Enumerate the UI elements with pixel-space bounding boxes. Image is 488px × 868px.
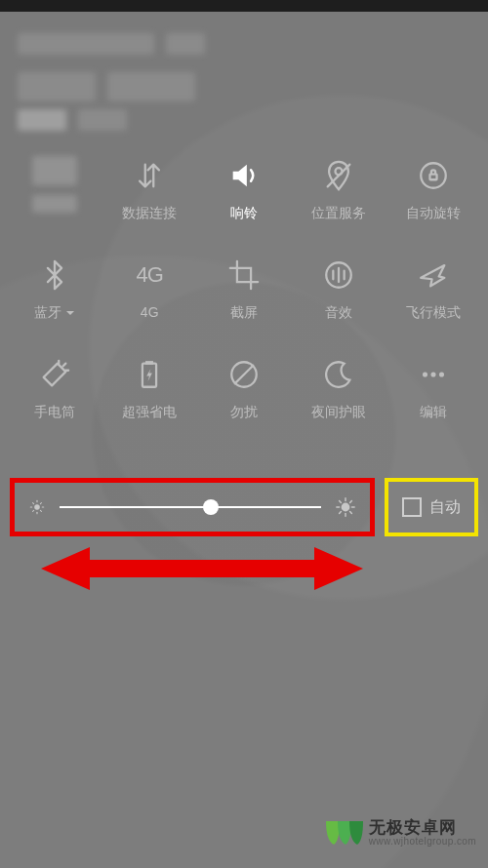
tile-label: 数据连接 <box>122 205 177 222</box>
tile-label: 飞行模式 <box>406 304 461 322</box>
tile-label: 手电筒 <box>34 404 75 421</box>
tile-ultra-power-save[interactable]: 超强省电 <box>102 355 197 421</box>
tile-do-not-disturb[interactable]: 勿扰 <box>197 355 292 421</box>
bluetooth-label-text: 蓝牙 <box>34 304 61 322</box>
notification-header-blurred <box>0 12 488 138</box>
checkbox-icon <box>402 497 422 517</box>
airplane-icon <box>414 256 453 295</box>
tile-airplane[interactable]: 飞行模式 <box>386 256 480 322</box>
tile-label: 位置服务 <box>311 205 366 222</box>
svg-rect-3 <box>429 175 436 180</box>
blur-block <box>78 109 127 131</box>
tile-bluetooth[interactable]: 蓝牙 <box>8 256 102 322</box>
status-bar <box>0 0 488 12</box>
svg-line-28 <box>350 501 352 503</box>
svg-line-7 <box>234 365 254 384</box>
tile-label: 4G <box>141 304 159 320</box>
tile-label: 截屏 <box>230 304 258 322</box>
brightness-slider-highlight <box>10 478 375 536</box>
svg-line-19 <box>40 503 41 504</box>
svg-point-2 <box>421 163 446 188</box>
moon-icon <box>319 355 358 394</box>
svg-line-16 <box>33 503 34 504</box>
auto-brightness-toggle[interactable]: 自动 <box>385 478 478 536</box>
fourg-icon: 4G <box>130 256 169 295</box>
lock-rotate-icon <box>414 156 453 195</box>
crop-icon <box>224 256 264 295</box>
blur-block <box>18 72 96 101</box>
svg-point-9 <box>430 372 435 376</box>
chevron-down-icon <box>65 305 75 321</box>
auto-brightness-label: 自动 <box>429 497 461 518</box>
equalizer-icon <box>319 256 358 295</box>
brightness-row: 自动 <box>10 478 478 536</box>
tile-label: 音效 <box>325 304 352 322</box>
watermark-cn: 无极安卓网 <box>369 819 476 837</box>
svg-line-27 <box>340 512 342 514</box>
tile-label <box>32 195 77 213</box>
brightness-high-icon <box>335 496 356 518</box>
tile-label: 编辑 <box>420 404 447 421</box>
more-dots-icon <box>414 355 453 394</box>
blur-block <box>18 33 154 55</box>
tile-4g[interactable]: 4G 4G <box>102 256 197 322</box>
tile-label: 蓝牙 <box>34 304 75 322</box>
battery-bolt-icon <box>130 355 169 394</box>
brightness-slider[interactable] <box>60 506 321 508</box>
brightness-slider-thumb[interactable] <box>203 499 219 515</box>
watermark: 无极安卓网 www.wjhotelgroup.com <box>320 811 476 854</box>
brightness-low-icon <box>28 498 46 516</box>
tile-label: 勿扰 <box>230 404 258 421</box>
tile-auto-rotate[interactable]: 自动旋转 <box>386 156 480 222</box>
watermark-url: www.wjhotelgroup.com <box>369 837 476 848</box>
svg-marker-29 <box>41 547 363 590</box>
tile-screenshot[interactable]: 截屏 <box>197 256 292 322</box>
tile-edit[interactable]: 编辑 <box>386 355 480 421</box>
dnd-icon <box>224 355 264 394</box>
wifi-icon <box>32 156 77 185</box>
fourg-icon-text: 4G <box>137 262 163 288</box>
bluetooth-icon <box>35 256 74 295</box>
tile-night-mode[interactable]: 夜间护眼 <box>291 355 386 421</box>
tile-label: 夜间护眼 <box>311 404 366 421</box>
tile-label: 响铃 <box>230 205 258 222</box>
tile-label: 自动旋转 <box>406 205 461 222</box>
tile-mobile-data[interactable]: 数据连接 <box>102 156 197 222</box>
svg-line-18 <box>33 510 34 511</box>
svg-line-26 <box>350 512 352 514</box>
watermark-logo-icon <box>320 811 363 854</box>
speaker-icon <box>224 156 264 195</box>
svg-point-11 <box>35 505 40 510</box>
tile-label: 超强省电 <box>122 404 177 421</box>
svg-point-8 <box>423 372 427 376</box>
tile-location[interactable]: 位置服务 <box>291 156 386 222</box>
svg-line-17 <box>40 510 41 511</box>
tile-wifi[interactable] <box>8 156 102 222</box>
blur-block <box>107 72 195 101</box>
svg-line-25 <box>340 501 342 503</box>
tile-flashlight[interactable]: 手电筒 <box>8 355 102 421</box>
svg-point-10 <box>439 372 444 376</box>
flashlight-icon <box>35 355 74 394</box>
watermark-text: 无极安卓网 www.wjhotelgroup.com <box>369 819 476 847</box>
blur-block <box>18 109 66 131</box>
blur-block <box>166 33 205 55</box>
annotation-double-arrow <box>41 544 363 593</box>
tile-sound-effect[interactable]: 音效 <box>291 256 386 322</box>
svg-point-20 <box>342 503 348 510</box>
location-off-icon <box>319 156 358 195</box>
quick-settings-grid: 数据连接 响铃 位置服务 自动旋转 <box>0 146 488 421</box>
tile-ringer[interactable]: 响铃 <box>197 156 292 222</box>
data-arrows-icon <box>130 156 169 195</box>
